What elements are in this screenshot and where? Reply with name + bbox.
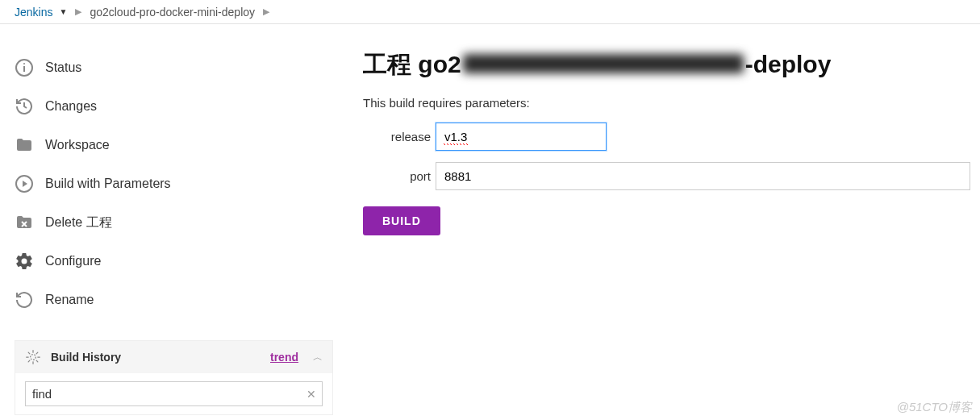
- breadcrumb-separator-icon: ▶: [72, 6, 85, 17]
- svg-point-2: [23, 63, 25, 64]
- rename-icon: [15, 290, 34, 310]
- sidebar-item-label: Status: [45, 60, 81, 75]
- sidebar-item-build-with-parameters[interactable]: Build with Parameters: [15, 164, 347, 203]
- sidebar-item-delete-project[interactable]: Delete 工程: [15, 203, 347, 242]
- sidebar-item-label: Build with Parameters: [45, 177, 171, 191]
- port-input[interactable]: [436, 162, 970, 190]
- trend-link[interactable]: trend: [270, 351, 298, 364]
- title-suffix: -deploy: [745, 51, 832, 77]
- sidebar-item-label: Rename: [45, 293, 94, 307]
- breadcrumb-root-link[interactable]: Jenkins: [15, 6, 52, 19]
- breadcrumb-separator-icon: ▶: [260, 6, 273, 17]
- clear-icon[interactable]: ✕: [307, 388, 316, 401]
- svg-line-12: [28, 360, 30, 362]
- svg-line-13: [36, 352, 38, 354]
- sidebar-item-label: Configure: [45, 254, 101, 268]
- info-icon: [15, 58, 34, 77]
- build-history-title: Build History: [51, 351, 261, 364]
- sidebar-item-label: Workspace: [45, 138, 110, 152]
- folder-icon: [15, 135, 34, 155]
- chevron-up-icon[interactable]: ︿: [313, 351, 323, 364]
- requires-parameters-message: This build requires parameters:: [363, 96, 970, 110]
- caret-down-icon[interactable]: ▼: [59, 7, 67, 16]
- build-history-search-input[interactable]: [25, 381, 323, 406]
- sun-icon: [25, 349, 41, 365]
- sidebar-item-rename[interactable]: Rename: [15, 281, 347, 319]
- sidebar-item-status[interactable]: Status: [15, 48, 347, 87]
- sidebar-item-configure[interactable]: Configure: [15, 242, 347, 281]
- param-label: release: [363, 130, 436, 143]
- history-icon: [15, 97, 34, 116]
- build-history-search-wrap: ✕: [15, 373, 332, 414]
- gear-icon: [15, 252, 34, 271]
- redacted-title-segment: [463, 54, 744, 73]
- breadcrumb-job-name[interactable]: go2cloud-pro-docker-mini-deploy: [90, 6, 255, 19]
- release-input[interactable]: [436, 123, 607, 151]
- build-history-header: Build History trend ︿: [15, 341, 332, 373]
- svg-marker-4: [23, 181, 27, 187]
- sidebar-item-label: Delete 工程: [45, 214, 112, 231]
- breadcrumb: Jenkins ▼ ▶ go2cloud-pro-docker-mini-dep…: [0, 0, 980, 24]
- folder-delete-icon: [15, 213, 34, 232]
- sidebar-item-changes[interactable]: Changes: [15, 87, 347, 126]
- param-row-release: release: [363, 123, 970, 151]
- sidebar-item-label: Changes: [45, 99, 97, 114]
- page-title: 工程 go2-deploy: [363, 48, 970, 81]
- svg-line-11: [36, 360, 38, 362]
- build-history-panel: Build History trend ︿ ✕: [15, 340, 333, 415]
- svg-line-10: [28, 352, 30, 354]
- title-prefix: 工程 go2: [363, 51, 461, 77]
- param-label: port: [363, 169, 436, 183]
- build-button[interactable]: BUILD: [363, 206, 440, 235]
- param-row-port: port: [363, 162, 970, 190]
- main-content: 工程 go2-deploy This build requires parame…: [347, 48, 980, 415]
- sidebar: Status Changes Workspace Build with Para…: [0, 48, 347, 415]
- svg-point-5: [31, 355, 36, 360]
- sidebar-item-workspace[interactable]: Workspace: [15, 126, 347, 164]
- play-icon: [15, 174, 34, 193]
